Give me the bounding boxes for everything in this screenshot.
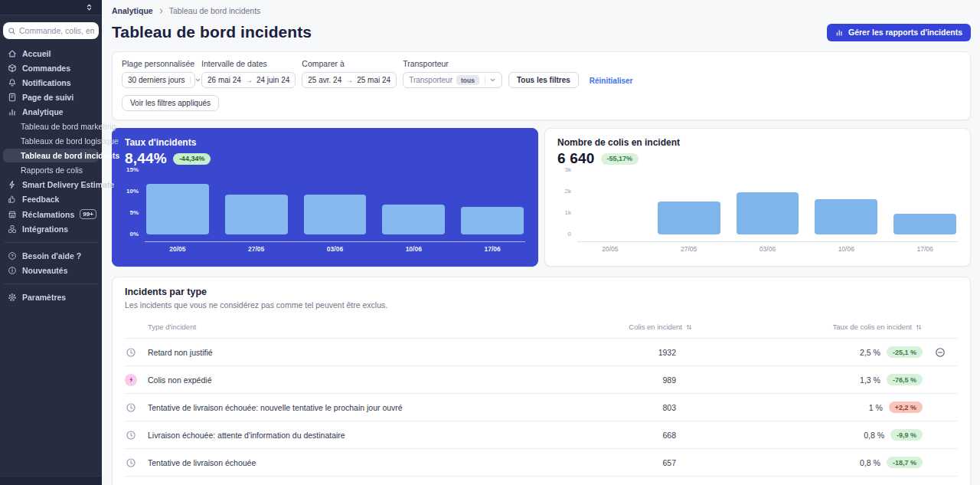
incidents-by-type-panel: Incidents par type Les incidents que vou… [112, 277, 971, 485]
sidebar-item-parametres[interactable]: Paramètres [3, 290, 99, 304]
sidebar-item-label: Page de suivi [22, 93, 74, 102]
incident-count-card: Nombre de colis en incident 6 640 -55,17… [544, 128, 971, 267]
column-count-sort[interactable]: Colis en incident [578, 323, 693, 331]
manage-incident-reports-button[interactable]: Gérer les rapports d'incidents [827, 24, 971, 41]
sidebar-item-label: Paramètres [22, 293, 66, 302]
kpi-value: 6 640 [557, 150, 595, 167]
kpi-charts-row: Taux d'incidents 8,44% -44,34% 15%10%5%0… [112, 128, 971, 267]
bar [146, 184, 209, 234]
custom-range-label: Plage personnalisée [122, 59, 195, 68]
sidebar-item-label: Intégrations [22, 224, 68, 234]
x-axis-label: 03/06 [304, 245, 367, 253]
sidebar-item-rapports-de-colis[interactable]: Rapports de colis [3, 163, 99, 177]
clock-icon [125, 429, 137, 441]
x-axis-label: 10/06 [815, 245, 877, 253]
incident-rate-chart: 15%10%5%0% 20/0527/0503/0610/0617/06 [125, 170, 525, 253]
custom-range-select[interactable]: 30 derniers jours [122, 72, 195, 88]
sidebar-item-label: Tableaux de bord logistique [21, 136, 119, 146]
clock-icon [125, 457, 137, 469]
sidebar-nav: Accueil Commandes Notifications Page de … [0, 44, 102, 308]
chart-title: Taux d'incidents [125, 137, 525, 148]
workspace-switcher-icon[interactable] [85, 3, 93, 11]
x-axis-label: 17/06 [461, 245, 524, 253]
bar [225, 195, 288, 234]
sidebar-item-nouveautes[interactable]: Nouveautés [3, 264, 99, 277]
x-axis-labels: 20/0527/0503/0610/0617/06 [145, 245, 525, 253]
sidebar-item-besoin-d-aide[interactable]: ? Besoin d'aide ? [3, 249, 99, 263]
date-interval-label: Intervalle de dates [201, 59, 296, 68]
sidebar-item-label: Accueil [22, 49, 51, 58]
sidebar-item-accueil[interactable]: Accueil [3, 47, 99, 61]
home-icon [8, 49, 17, 58]
sidebar-item-tableau-de-bord-marketing[interactable]: Tableau de bord marketing [3, 120, 99, 133]
chart-title: Nombre de colis en incident [557, 137, 958, 148]
sidebar-item-label: Analytique [22, 107, 64, 116]
chevron-right-icon [158, 8, 165, 15]
main-content: Analytique Tableau de bord incidents Tab… [102, 0, 980, 485]
sidebar-item-tableaux-de-bord-logistique[interactable]: Tableaux de bord logistique [3, 134, 99, 148]
sidebar: Accueil Commandes Notifications Page de … [0, 0, 102, 485]
breadcrumb-current: Tableau de bord incidents [169, 6, 261, 15]
exclude-incident-button[interactable] [923, 347, 958, 358]
bar-chart-icon [835, 28, 844, 37]
analytics-icon [8, 107, 17, 116]
bar [815, 199, 877, 234]
page-title: Tableau de bord incidents [112, 23, 312, 41]
info-icon [8, 266, 17, 275]
compare-label: Comparer à [302, 59, 397, 68]
x-axis-label: 20/05 [579, 245, 642, 253]
table-row: Colis non expédié 989 1,3 %-76,5 % [125, 366, 958, 394]
gear-icon [8, 293, 17, 302]
bars [577, 170, 958, 234]
date-interval-input[interactable]: 26 mai 24 → 24 juin 24 [201, 72, 296, 88]
shop-icon [8, 210, 17, 219]
blocks-icon [8, 224, 17, 234]
all-filters-button[interactable]: Tous les filtres [508, 72, 579, 88]
x-axis-line [577, 241, 958, 242]
delta-badge: +2,2 % [889, 401, 923, 413]
carrier-all-badge: tous [456, 75, 479, 85]
sidebar-item-label: Rapports de colis [21, 165, 83, 175]
sidebar-item-reclamations[interactable]: Réclamations 99+ [3, 207, 99, 221]
sort-icon [685, 323, 693, 331]
flash-icon [8, 180, 17, 189]
reset-filters-link[interactable]: Réinitialiser [590, 77, 633, 85]
x-axis-label: 20/05 [146, 245, 209, 253]
x-axis-labels: 20/0527/0503/0610/0617/06 [577, 245, 958, 253]
sidebar-item-tableau-de-bord-incidents[interactable]: Tableau de bord incidents [3, 149, 99, 162]
bar [893, 214, 956, 234]
compare-range-input[interactable]: 25 avr. 24 → 25 mai 24 [302, 72, 397, 88]
sidebar-item-label: Smart Delivery Estimate [22, 180, 114, 189]
kpi-delta-badge: -44,34% [173, 153, 211, 165]
sidebar-item-feedback[interactable]: Feedback [3, 192, 99, 206]
x-axis-label: 03/06 [737, 245, 799, 253]
table-row: Tentative de livraison échouée: nouvelle… [125, 394, 958, 421]
applied-filters-button[interactable]: Voir les filtres appliqués [122, 95, 219, 111]
sidebar-item-commandes[interactable]: Commandes [3, 61, 99, 75]
sidebar-item-integrations[interactable]: Intégrations [3, 222, 99, 236]
thumbs-up-icon [8, 195, 17, 204]
sidebar-item-analytique[interactable]: Analytique [3, 105, 99, 119]
divider [5, 242, 97, 243]
delta-badge: -25,1 % [887, 346, 923, 358]
breadcrumb-analytique[interactable]: Analytique [112, 6, 153, 15]
filters-panel: Plage personnalisée 30 derniers jours In… [112, 51, 971, 120]
table-header: Type d'incident Colis en incident Taux d… [125, 323, 958, 339]
x-axis-label: 27/05 [225, 245, 288, 253]
search-icon [8, 27, 16, 35]
carrier-select[interactable]: Transporteur tous [403, 72, 502, 88]
bars [145, 170, 525, 234]
sidebar-item-page-de-suivi[interactable]: Page de suivi [3, 90, 99, 104]
table-subtitle: Les incidents que vous ne considérez pas… [125, 300, 958, 310]
breadcrumb: Analytique Tableau de bord incidents [112, 6, 971, 15]
sidebar-item-label: Nouveautés [22, 266, 68, 275]
search-input[interactable] [19, 26, 94, 35]
search-box[interactable] [3, 22, 99, 39]
column-rate-sort[interactable]: Taux de colis en incident [693, 323, 923, 331]
sidebar-item-notifications[interactable]: Notifications [3, 76, 99, 90]
kpi-value: 8,44% [125, 150, 167, 167]
sidebar-item-smart-delivery-estimate[interactable]: Smart Delivery Estimate [3, 178, 99, 192]
sidebar-item-label: Commandes [22, 64, 70, 73]
bell-icon [8, 78, 17, 87]
bar [304, 195, 367, 234]
